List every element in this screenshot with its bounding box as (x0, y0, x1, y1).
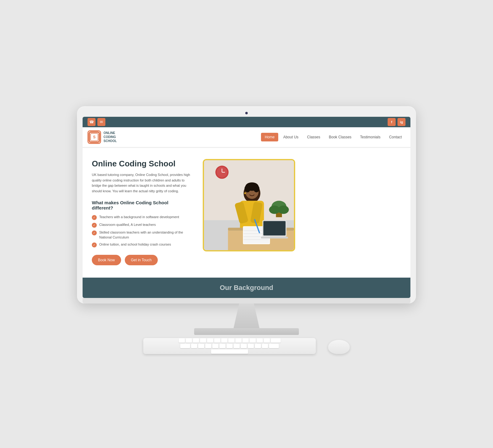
key (219, 344, 226, 348)
key (255, 344, 261, 348)
nav-testimonials[interactable]: Testimonials (357, 133, 384, 141)
monitor-stand-neck (228, 303, 265, 328)
key (226, 344, 233, 348)
logo-text: ONLINE CODING SCHOOL (104, 131, 117, 143)
svg-point-17 (254, 185, 259, 192)
monitor: ☎ ✉ f ig S (77, 106, 416, 303)
logo[interactable]: S ONLINE CODING SCHOOL (88, 130, 117, 144)
top-bar-contacts: ☎ ✉ (88, 118, 105, 126)
feature-text-3: Skilled classroom teachers with an under… (99, 230, 190, 240)
hero-buttons: Book Now Get in Touch (92, 255, 190, 265)
navbar: S ONLINE CODING SCHOOL Home About Us Cla… (83, 127, 410, 147)
nav-about[interactable]: About Us (279, 133, 302, 141)
check-icon-2: ✓ (92, 223, 97, 228)
svg-rect-1 (91, 133, 98, 141)
feature-item-2: ✓ Classroom qualified, A Level teachers (92, 222, 190, 228)
key (250, 338, 256, 343)
key (193, 338, 199, 343)
key (191, 344, 197, 348)
key (235, 338, 242, 343)
camera-dot (245, 112, 248, 114)
background-section-title: Our Background (220, 284, 273, 292)
svg-rect-0 (89, 132, 100, 143)
mouse[interactable] (328, 340, 350, 354)
feature-list: ✓ Teachers with a background in software… (92, 215, 190, 247)
email-icon[interactable]: ✉ (97, 118, 105, 126)
hero-section: Online Coding School UK based tutoring c… (83, 148, 410, 278)
svg-text:S: S (93, 135, 96, 139)
book-now-button[interactable]: Book Now (92, 255, 121, 265)
feature-item-1: ✓ Teachers with a background in software… (92, 215, 190, 220)
phone-icon[interactable]: ☎ (88, 118, 96, 126)
check-icon-3: ✓ (92, 230, 97, 235)
nav-classes[interactable]: Classes (304, 133, 324, 141)
hero-content: Online Coding School UK based tutoring c… (92, 159, 190, 265)
keyboard-row-3 (211, 349, 248, 354)
feature-text-2: Classroom qualified, A Level teachers (99, 222, 156, 227)
hero-subtitle: What makes Online Coding School differen… (92, 200, 190, 210)
svg-point-18 (244, 192, 246, 194)
svg-point-12 (278, 206, 289, 214)
feature-text-4: Online tuition, and school holiday crash… (99, 242, 171, 247)
key (257, 338, 263, 343)
monitor-bezel-bottom (83, 298, 410, 303)
scene: ☎ ✉ f ig S (0, 88, 493, 360)
feature-item-4: ✓ Online tuition, and school holiday cra… (92, 242, 190, 247)
top-bar: ☎ ✉ f ig (83, 117, 410, 127)
key (214, 338, 220, 343)
hero-title: Online Coding School (92, 159, 190, 169)
hero-description: UK based tutoring company, Online Coding… (92, 172, 190, 194)
check-icon-1: ✓ (92, 215, 97, 220)
get-in-touch-button[interactable]: Get in Touch (125, 255, 158, 265)
instagram-icon[interactable]: ig (397, 118, 405, 126)
key (198, 344, 204, 348)
key (271, 338, 281, 343)
key (242, 338, 249, 343)
feature-text-1: Teachers with a background in software d… (99, 215, 179, 219)
background-section: Our Background (83, 278, 410, 298)
logo-svg: S (88, 130, 100, 144)
key (186, 338, 192, 343)
top-bar-social: f ig (388, 118, 405, 126)
nav-home[interactable]: Home (261, 133, 278, 141)
key (248, 344, 254, 348)
nav-links: Home About Us Classes Book Classes Testi… (261, 133, 405, 141)
svg-point-16 (244, 185, 250, 192)
key (200, 338, 206, 343)
key (205, 344, 211, 348)
nav-book-classes[interactable]: Book Classes (325, 133, 355, 141)
spacebar-key[interactable] (211, 349, 248, 354)
keyboard (143, 338, 316, 354)
key (179, 338, 185, 343)
key (241, 344, 247, 348)
check-icon-4: ✓ (92, 242, 97, 247)
feature-item-3: ✓ Skilled classroom teachers with an und… (92, 230, 190, 240)
key (207, 338, 213, 343)
hero-image-container (203, 159, 295, 251)
hero-image (204, 160, 294, 250)
screen: ☎ ✉ f ig S (83, 117, 410, 298)
desk-accessories (0, 338, 493, 354)
logo-icon: S (88, 130, 101, 144)
key (234, 344, 240, 348)
keyboard-row-1 (179, 338, 281, 343)
key (228, 338, 234, 343)
key (212, 344, 218, 348)
nav-contact[interactable]: Contact (385, 133, 405, 141)
key (262, 344, 268, 348)
key (221, 338, 227, 343)
key (269, 344, 279, 348)
svg-rect-33 (261, 237, 288, 238)
svg-rect-32 (263, 221, 286, 236)
key (180, 344, 190, 348)
monitor-stand-base (194, 328, 299, 335)
facebook-icon[interactable]: f (388, 118, 396, 126)
key (264, 338, 270, 343)
keyboard-row-2 (180, 344, 279, 348)
